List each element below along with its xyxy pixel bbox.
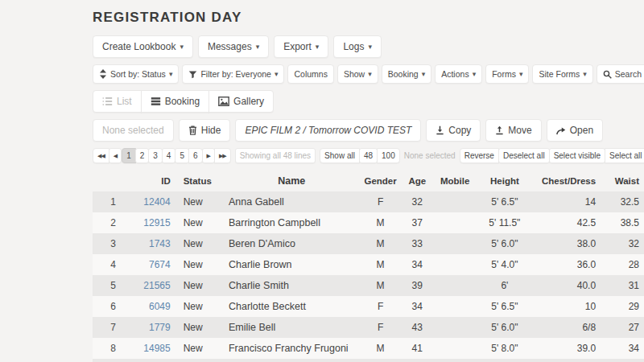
create-lookbook-button[interactable]: Create Lookbook ▾ (93, 35, 193, 58)
row-status: New (175, 233, 224, 254)
page-number-button[interactable]: 6 (188, 148, 203, 163)
open-button[interactable]: Open (547, 119, 603, 142)
row-waist: 31 (601, 275, 644, 296)
row-mobile (433, 254, 477, 275)
column-header-waist[interactable]: Waist (601, 170, 644, 191)
page-next-button[interactable]: ▶ (202, 148, 215, 163)
row-id-link[interactable]: 1743 (149, 238, 171, 249)
row-id-cell: 21565 (121, 275, 175, 296)
show-all-button[interactable]: Show all (320, 148, 360, 163)
row-status: New (175, 254, 224, 275)
sort-by-button[interactable]: Sort by: Status ▾ (93, 64, 179, 84)
page-number-button[interactable]: 4 (162, 148, 176, 163)
row-id-link[interactable]: 7674 (149, 259, 171, 270)
forms-button[interactable]: Forms ▾ (485, 64, 529, 84)
page-number-button[interactable]: 3 (148, 148, 163, 163)
row-id-link[interactable]: 14985 (143, 343, 170, 354)
view-tabs: List Booking Gallery (93, 90, 644, 113)
row-waist: 32.5 (601, 191, 644, 212)
table-row[interactable]: 7 1779 New Emilie Bell F 43 5' 6.0" 6/8 … (93, 317, 644, 338)
chevron-down-icon: ▾ (180, 43, 184, 51)
select-all-label: Select all (609, 151, 642, 160)
search-button[interactable]: Search (597, 64, 644, 84)
table-row[interactable]: 1 12404 New Anna Gabell F 32 5' 6.5" 14 … (93, 191, 644, 212)
table-row[interactable]: 2 12915 New Barrington Campbell M 37 5' … (93, 212, 644, 233)
deselect-all-label: Deselect all (503, 151, 545, 160)
row-number: 8 (93, 338, 121, 359)
move-button[interactable]: Move (485, 119, 541, 142)
table-row[interactable]: 4 7674 New Charlie Brown M 34 5' 4.0" 36… (93, 254, 644, 275)
toolbar-secondary: Sort by: Status ▾ Filter by: Everyone ▾ … (93, 64, 644, 84)
column-header-id[interactable]: ID (121, 170, 175, 191)
page-last-button[interactable]: ▶▶ (214, 148, 231, 163)
chevron-down-icon: ▾ (519, 71, 523, 78)
filter-by-button[interactable]: Filter by: Everyone ▾ (182, 64, 284, 84)
column-header-status[interactable]: Status (175, 170, 224, 191)
export-button[interactable]: Export ▾ (274, 35, 328, 58)
tab-gallery[interactable]: Gallery (208, 90, 274, 113)
row-chest-dress: 39.0 (532, 338, 601, 359)
booking-dropdown-button[interactable]: Booking ▾ (382, 64, 431, 84)
logs-button[interactable]: Logs ▾ (333, 35, 382, 58)
table-row[interactable]: 9 Gordie M 38 5' 7.5" 40.5 35 (93, 359, 644, 362)
deselect-all-button[interactable]: Deselect all (498, 148, 550, 163)
row-id-link[interactable]: 1779 (149, 322, 171, 333)
column-header-chest-dress[interactable]: Chest/Dress (532, 170, 601, 191)
column-header-height[interactable]: Height (477, 170, 533, 191)
page-size-48-button[interactable]: 48 (359, 148, 378, 163)
table-header-row: ID Status Name Gender Age Mobile Height … (93, 170, 644, 191)
tab-list-label: List (117, 96, 132, 107)
download-arrow-icon (436, 125, 444, 135)
table-row[interactable]: 8 14985 New Francisco Franchy Frugoni M … (93, 338, 644, 359)
row-status: New (175, 317, 224, 338)
tab-list[interactable]: List (93, 90, 142, 113)
row-age: 37 (402, 212, 433, 233)
hide-button[interactable]: Hide (179, 119, 231, 142)
row-id-cell: 7674 (121, 254, 175, 275)
logs-label: Logs (343, 41, 364, 52)
page-prev-button[interactable]: ◀ (109, 148, 122, 163)
column-header-age[interactable]: Age (402, 170, 433, 191)
table-row[interactable]: 3 1743 New Beren D'Amico M 33 5' 6.0" 38… (93, 233, 644, 254)
columns-button[interactable]: Columns (287, 64, 333, 84)
tab-booking[interactable]: Booking (141, 90, 209, 113)
open-external-arrow-icon (556, 126, 566, 135)
select-all-button[interactable]: Select all (605, 148, 644, 163)
column-header-name[interactable]: Name (224, 170, 360, 191)
page-number-button[interactable]: 5 (175, 148, 189, 163)
row-height: 5' 6.0" (477, 233, 533, 254)
tab-gallery-label: Gallery (233, 96, 264, 107)
page-number-button[interactable]: 1 (122, 148, 136, 163)
row-id-link[interactable]: 12404 (143, 196, 170, 208)
row-id-cell: 14985 (121, 338, 175, 359)
table-row[interactable]: 5 21565 New Charlie Smith M 39 6' 40.0 3… (93, 275, 644, 296)
actions-button[interactable]: Actions ▾ (435, 64, 482, 84)
column-header-gender[interactable]: Gender (359, 170, 401, 191)
messages-button[interactable]: Messages ▾ (198, 35, 269, 58)
row-status: New (175, 275, 224, 296)
main-content: REGISTRATION DAY Create Lookbook ▾ Messa… (0, 0, 644, 362)
page-first-button[interactable]: ◀◀ (93, 148, 109, 163)
row-age: 43 (402, 317, 433, 338)
chevron-down-icon: ▾ (275, 71, 279, 78)
row-id-cell: 1743 (121, 233, 175, 254)
row-id-link[interactable]: 12915 (143, 217, 170, 228)
page-size-100-button[interactable]: 100 (377, 148, 400, 163)
copy-button[interactable]: Copy (426, 119, 481, 142)
site-forms-button[interactable]: Site Forms ▾ (532, 64, 592, 84)
event-title-button[interactable]: EPIC FILM 2 / Tomorrow COVID TEST (235, 119, 421, 142)
row-id-link[interactable]: 21565 (143, 280, 170, 291)
chevron-down-icon: ▾ (422, 71, 426, 78)
table-row[interactable]: 6 6049 New Charlotte Beckett F 34 5' 6.5… (93, 296, 644, 317)
show-button[interactable]: Show ▾ (337, 64, 378, 84)
row-id-cell: 1779 (121, 317, 175, 338)
reverse-button[interactable]: Reverse (460, 148, 499, 163)
select-visible-button[interactable]: Select visible (549, 148, 605, 163)
row-id-link[interactable]: 6049 (149, 301, 171, 312)
row-name: Charlie Brown (224, 254, 360, 275)
row-number: 2 (93, 212, 121, 233)
page-number-button[interactable]: 2 (135, 148, 150, 163)
column-header-mobile[interactable]: Mobile (433, 170, 477, 191)
row-height: 5' 6.5" (477, 296, 533, 317)
row-name: Emilie Bell (224, 317, 360, 338)
